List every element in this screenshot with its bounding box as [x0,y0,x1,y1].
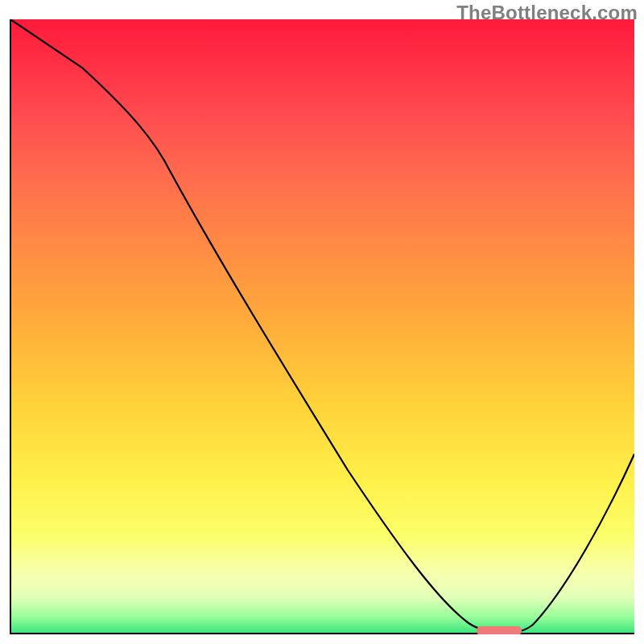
plot-area [10,19,634,634]
chart-container: TheBottleneck.com [0,0,644,644]
gradient-background [10,19,634,634]
